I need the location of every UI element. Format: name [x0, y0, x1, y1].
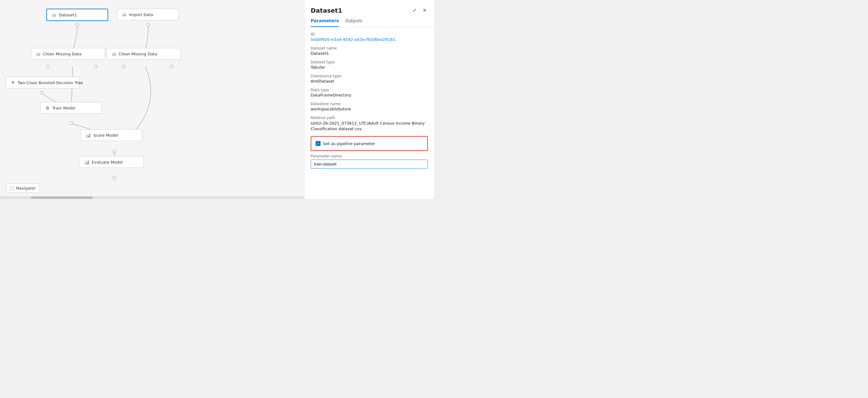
evaluate-model-icon: 📊	[84, 160, 89, 164]
tab-parameters[interactable]: Parameters	[311, 18, 339, 27]
node-train-model-label: Train Model	[52, 106, 75, 111]
field-datastore-name-label: Datastore name	[311, 102, 428, 106]
field-datastore-name-value: workspaceblobstore	[311, 107, 428, 111]
connections-svg	[0, 0, 304, 199]
node-score-model-label: Score Model	[93, 133, 118, 137]
node-dataset1[interactable]: 🗂 Dataset1	[46, 9, 108, 21]
pipeline-param-row[interactable]: ✓ Set as pipeline parameter	[311, 136, 428, 151]
node-dataset1-label: Dataset1	[59, 13, 77, 17]
canvas-scrollbar[interactable]	[0, 196, 304, 199]
clean-missing-1-icon: 🗂	[36, 51, 40, 56]
svg-point-0	[76, 23, 79, 26]
param-name-section: Parameter name	[311, 154, 428, 169]
param-name-input[interactable]	[311, 160, 428, 169]
field-data-type-value: DataFrameDirectory	[311, 93, 428, 97]
field-data-type-label: Data type	[311, 88, 428, 92]
node-clean-missing-2-label: Clean Missing Data	[119, 52, 157, 56]
node-score-model[interactable]: 📊 Score Model	[81, 129, 142, 141]
svg-point-16	[113, 176, 116, 179]
navigator-button[interactable]: ⬚ Navigator	[6, 183, 40, 193]
panel-header-icons: ⤢ ✕	[411, 6, 428, 14]
field-id-label: ID	[311, 32, 428, 36]
import-data-icon: 🗂	[122, 12, 126, 17]
field-relative-path: Relative path UI/02-26-2021_073612_UTC/A…	[311, 116, 428, 132]
field-datasource-type-label: Datasource type	[311, 74, 428, 78]
score-model-icon: 📊	[86, 133, 91, 137]
pipeline-param-label: Set as pipeline parameter	[323, 141, 375, 146]
tab-outputs[interactable]: Outputs	[345, 18, 362, 27]
svg-point-8	[40, 91, 43, 94]
field-dataset-name-label: Dataset name	[311, 46, 428, 51]
node-train-model[interactable]: 🖥 Train Model	[40, 102, 102, 114]
node-clean-missing-1[interactable]: 🗂 Clean Missing Data	[31, 48, 105, 60]
node-import-data-label: Import Data	[129, 12, 153, 17]
node-import-data[interactable]: 🗂 Import Data	[117, 9, 179, 21]
field-relative-path-value: UI/02-26-2021_073612_UTC/Adult Census In…	[311, 121, 428, 132]
canvas-area: 🗂 Dataset1 🗂 Import Data 🗂 Clean Missing…	[0, 0, 304, 199]
field-data-type: Data type DataFrameDirectory	[311, 88, 428, 97]
svg-point-7	[170, 65, 173, 68]
panel-content: ID 5dabf92b-e3a4-4542-a43e-f83d6ea29181 …	[305, 32, 434, 199]
train-model-icon: 🖥	[45, 105, 50, 111]
svg-point-4	[94, 65, 97, 68]
panel-title: Dataset1	[311, 7, 342, 14]
node-clean-missing-1-label: Clean Missing Data	[43, 52, 82, 56]
svg-point-3	[46, 65, 50, 68]
field-id-value[interactable]: 5dabf92b-e3a4-4542-a43e-f83d6ea29181	[311, 37, 428, 42]
node-evaluate-model-label: Evaluate Model	[92, 160, 123, 164]
field-dataset-type-label: Dataset type	[311, 60, 428, 64]
pipeline-param-checkbox[interactable]: ✓	[316, 141, 320, 146]
panel-tabs: Parameters Outputs	[305, 14, 434, 27]
right-panel: Dataset1 ⤢ ✕ Parameters Outputs ID 5dabf…	[304, 0, 434, 199]
field-relative-path-label: Relative path	[311, 116, 428, 120]
clean-missing-2-icon: 🗂	[112, 51, 116, 56]
expand-button[interactable]: ⤢	[411, 6, 417, 14]
navigator-icon: ⬚	[10, 186, 14, 190]
navigator-label: Navigator	[16, 186, 36, 190]
canvas-scrollbar-thumb[interactable]	[31, 196, 93, 199]
node-clean-missing-2[interactable]: 🗂 Clean Missing Data	[106, 48, 181, 60]
node-decision-tree-label: Two-Class Boosted Decision Tree	[18, 81, 83, 85]
svg-point-6	[122, 65, 125, 68]
field-datasource-type: Datasource type AmlDataset	[311, 74, 428, 84]
field-dataset-type: Dataset type Tabular	[311, 60, 428, 69]
node-evaluate-model[interactable]: 📊 Evaluate Model	[79, 156, 144, 168]
node-decision-tree[interactable]: ⛛ Two-Class Boosted Decision Tree	[6, 77, 80, 88]
svg-point-14	[113, 150, 116, 153]
panel-header: Dataset1 ⤢ ✕	[305, 0, 434, 14]
field-datasource-type-value: AmlDataset	[311, 79, 428, 84]
dataset-icon: 🗂	[52, 12, 56, 17]
decision-tree-icon: ⛛	[11, 80, 15, 85]
svg-point-11	[69, 122, 73, 125]
field-dataset-type-value: Tabular	[311, 65, 428, 69]
param-name-label: Parameter name	[311, 154, 428, 158]
field-dataset-name: Dataset name Dataset1	[311, 46, 428, 56]
close-button[interactable]: ✕	[421, 6, 428, 14]
field-datastore-name: Datastore name workspaceblobstore	[311, 102, 428, 111]
field-id: ID 5dabf92b-e3a4-4542-a43e-f83d6ea29181	[311, 32, 428, 42]
svg-point-1	[147, 23, 150, 26]
field-dataset-name-value: Dataset1	[311, 51, 428, 56]
